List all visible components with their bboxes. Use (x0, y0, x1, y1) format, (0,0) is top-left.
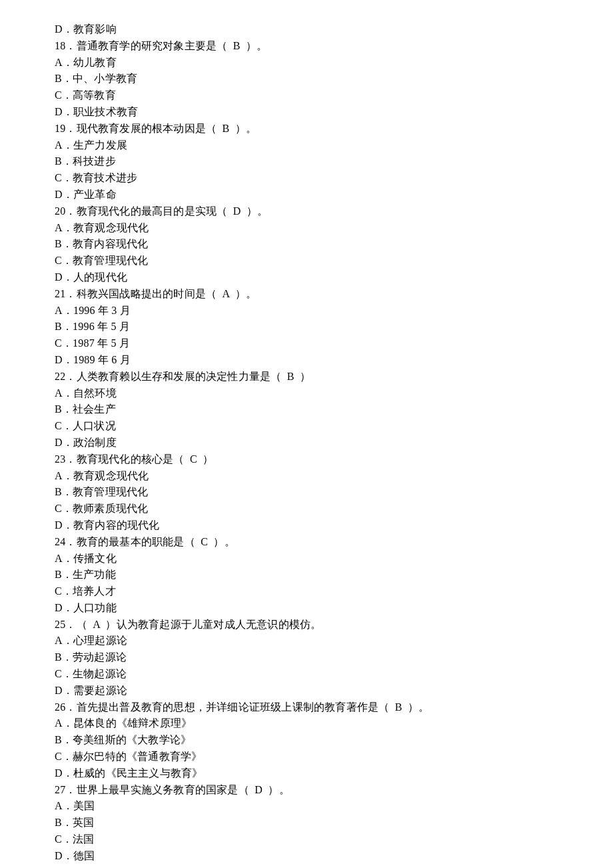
text-line: B．社会生产 (55, 401, 613, 418)
text-line: D．人口功能 (55, 600, 613, 617)
text-line: 23．教育现代化的核心是（ C ） (55, 451, 613, 468)
text-line: B．科技进步 (55, 153, 613, 170)
text-line: C．生物起源论 (55, 666, 613, 683)
text-line: 21．科教兴国战略提出的时间是（ A ）。 (55, 286, 613, 303)
text-line: A．心理起源论 (55, 633, 613, 649)
text-line: C．1987 年 5 月 (55, 335, 613, 352)
text-line: A．教育观念现代化 (55, 220, 613, 237)
text-line: C．高等教育 (55, 87, 613, 104)
text-line: 27．世界上最早实施义务教育的国家是（ D ）。 (55, 782, 613, 799)
text-line: C．人口状况 (55, 418, 613, 435)
text-line: A．教育观念现代化 (55, 468, 613, 485)
text-line: A．生产力发展 (55, 137, 613, 154)
text-line: C．赫尔巴特的《普通教育学》 (55, 749, 613, 765)
text-line: B．教育内容现代化 (55, 236, 613, 253)
text-line: D．需要起源论 (55, 683, 613, 699)
text-line: D．德国 (55, 848, 613, 865)
text-line: B．教育管理现代化 (55, 484, 613, 501)
text-line: D．产业革命 (55, 187, 613, 203)
text-line: 20．教育现代化的最高目的是实现（ D ）。 (55, 203, 613, 220)
text-line: B．生产功能 (55, 567, 613, 583)
text-line: D．政治制度 (55, 435, 613, 451)
text-line: C．教师素质现代化 (55, 501, 613, 517)
text-line: A．昆体良的《雄辩术原理》 (55, 715, 613, 732)
text-line: B．劳动起源论 (55, 649, 613, 666)
text-line: B．英国 (55, 815, 613, 831)
text-line: C．法国 (55, 831, 613, 848)
text-line: B．1996 年 5 月 (55, 319, 613, 335)
text-line: C．教育技术进步 (55, 170, 613, 187)
text-line: D．教育影响 (55, 21, 613, 38)
text-line: 24．教育的最基本的职能是（ C ）。 (55, 534, 613, 551)
text-line: D．杜威的《民主主义与教育》 (55, 765, 613, 782)
text-line: 18．普通教育学的研究对象主要是（ B ）。 (55, 38, 613, 55)
text-line: C．培养人才 (55, 583, 613, 600)
text-line: A．1996 年 3 月 (55, 303, 613, 319)
text-line: A．自然环境 (55, 385, 613, 402)
text-line: B．中、小学教育 (55, 71, 613, 87)
text-line: C．教育管理现代化 (55, 253, 613, 269)
text-line: D．人的现代化 (55, 269, 613, 286)
text-line: B．夸美纽斯的《大教学论》 (55, 732, 613, 749)
document-body: D．教育影响18．普通教育学的研究对象主要是（ B ）。A．幼儿教育B．中、小学… (55, 21, 613, 865)
text-line: 19．现代教育发展的根本动因是（ B ）。 (55, 121, 613, 137)
text-line: D．教育内容的现代化 (55, 517, 613, 534)
text-line: A．美国 (55, 798, 613, 815)
text-line: A．幼儿教育 (55, 55, 613, 71)
text-line: A．传播文化 (55, 551, 613, 567)
text-line: 25．（ A ）认为教育起源于儿童对成人无意识的模仿。 (55, 617, 613, 633)
text-line: D．职业技术教育 (55, 104, 613, 121)
text-line: 26．首先提出普及教育的思想，并详细论证班级上课制的教育著作是（ B ）。 (55, 699, 613, 716)
text-line: 22．人类教育赖以生存和发展的决定性力量是（ B ） (55, 369, 613, 385)
text-line: D．1989 年 6 月 (55, 352, 613, 369)
